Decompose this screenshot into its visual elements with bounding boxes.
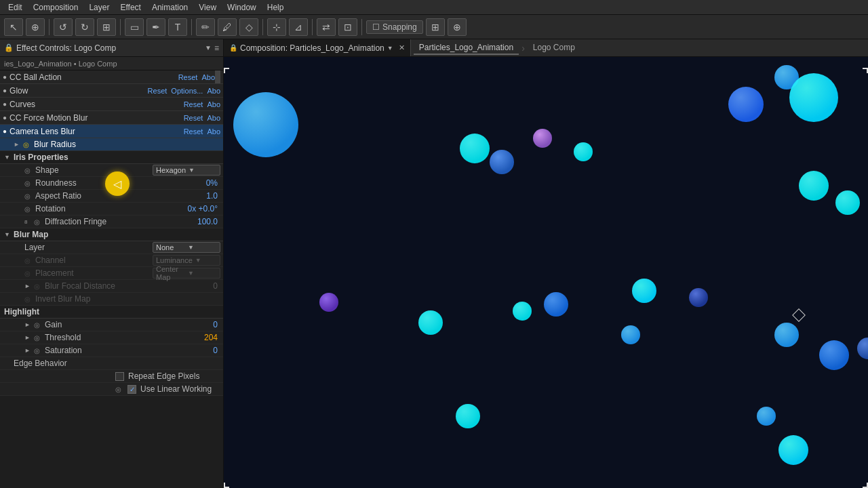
invert-stopwatch: ◎ [24, 296, 34, 303]
saturation-twirl[interactable]: ► [24, 347, 33, 354]
tab-bar: 🔒 Composition: Particles_Logo_Animation … [224, 39, 868, 57]
prop-row-roundness[interactable]: ◎ Roundness 0% [0, 177, 223, 190]
blur-map-twirl[interactable]: ▼ [4, 231, 12, 238]
effect-row-curves[interactable]: ● Curves Reset Abo [0, 98, 223, 111]
gain-twirl[interactable]: ► [24, 321, 33, 328]
tab-logo-comp[interactable]: Logo Comp [528, 41, 580, 55]
tool-pen2[interactable]: ✏ [196, 18, 215, 36]
prop-row-edge-behavior[interactable]: Edge Behavior [0, 357, 223, 370]
tool-search[interactable]: ⊕ [26, 18, 45, 36]
blur-map-section-header: ▼ Blur Map [0, 228, 223, 241]
repeat-edge-row[interactable]: Repeat Edge Pixels [0, 370, 223, 383]
use-linear-checkbox[interactable] [127, 385, 136, 394]
tool-align[interactable]: ⇄ [317, 18, 336, 36]
tab-particles-logo[interactable]: Particles_Logo_Animation [414, 41, 519, 55]
reset-btn-curves[interactable]: Reset [184, 100, 203, 108]
layer-dropdown[interactable]: None ▼ [153, 242, 220, 253]
effect-row-cc-force-motion[interactable]: ● CC Force Motion Blur Reset Abo [0, 111, 223, 125]
channel-dd-arrow: ▼ [195, 257, 217, 264]
tool-text[interactable]: T [168, 18, 187, 36]
prop-row-saturation[interactable]: ► ◎ Saturation 0 [0, 344, 223, 357]
aspect-value[interactable]: 1.0 [206, 191, 218, 201]
use-linear-stopwatch[interactable]: ◎ [115, 386, 125, 393]
tool-snap[interactable]: ⊡ [338, 18, 357, 36]
threshold-twirl[interactable]: ► [24, 334, 33, 341]
tool-extra1[interactable]: ⊞ [426, 18, 445, 36]
tool-undo[interactable]: ↺ [54, 18, 73, 36]
composition-panel-header[interactable]: 🔒 Composition: Particles_Logo_Animation … [224, 39, 411, 56]
prop-row-diffraction[interactable]: 8 ◎ Diffraction Fringe 100.0 [0, 216, 223, 228]
menu-help[interactable]: Help [262, 1, 290, 14]
snapping-checkbox: ☐ [372, 22, 380, 32]
prop-row-threshold[interactable]: ► ◎ Threshold 204 [0, 331, 223, 344]
comp-panel-arrow[interactable]: ▼ [387, 45, 393, 52]
tool-eraser[interactable]: ◇ [239, 18, 258, 36]
tool-rect[interactable]: ▭ [125, 18, 144, 36]
panel-arrow-icon[interactable]: ▼ [205, 44, 212, 52]
roundness-stopwatch[interactable]: ◎ [24, 180, 34, 187]
repeat-edge-checkbox[interactable] [115, 372, 124, 381]
roundness-value[interactable]: 0% [206, 178, 218, 188]
tool-arrow[interactable]: ↖ [4, 18, 23, 36]
invert-label: Invert Blur Map [35, 294, 220, 304]
diffraction-twirl[interactable]: 8 [24, 219, 33, 225]
menu-animation[interactable]: Animation [146, 1, 193, 14]
blur-radius-label: Blur Radius [34, 140, 220, 149]
diffraction-value[interactable]: 100.0 [197, 217, 218, 226]
prop-row-aspect-ratio[interactable]: ◎ Aspect Ratio 1.0 [0, 190, 223, 203]
comp-panel-close[interactable]: ✕ [399, 43, 405, 52]
reset-btn-cc-ball[interactable]: Reset [178, 73, 198, 81]
reset-btn-glow[interactable]: Reset [148, 87, 167, 95]
menu-effect[interactable]: Effect [115, 1, 146, 14]
saturation-stopwatch[interactable]: ◎ [34, 347, 43, 354]
snapping-toggle[interactable]: ☐ Snapping [366, 20, 423, 34]
prop-row-rotation[interactable]: ◎ Rotation 0x +0.0° [0, 203, 223, 216]
reset-btn-camera-lens[interactable]: Reset [184, 127, 203, 136]
abo-btn-cc-force[interactable]: Abo [207, 114, 220, 122]
tool-pin[interactable]: ⊹ [267, 18, 286, 36]
rotation-value[interactable]: 0x +0.0° [188, 204, 218, 214]
effect-row-cc-ball-action[interactable]: ● CC Ball Action Reset Abo [0, 70, 223, 84]
abo-btn-cc-ball[interactable]: Abo [201, 73, 215, 81]
abo-btn-camera-lens[interactable]: Abo [207, 127, 220, 136]
menu-window[interactable]: Window [222, 1, 262, 14]
blur-radius-row[interactable]: ► ◎ Blur Radius [0, 138, 223, 151]
menu-view[interactable]: View [193, 1, 222, 14]
layer-dd-arrow: ▼ [188, 244, 217, 251]
prop-row-gain[interactable]: ► ◎ Gain 0 [0, 319, 223, 331]
blur-radius-stopwatch[interactable]: ◎ [23, 141, 33, 148]
tool-redo[interactable]: ↻ [75, 18, 94, 36]
effect-row-glow[interactable]: ● Glow Reset Options... Abo [0, 84, 223, 98]
abo-btn-glow[interactable]: Abo [207, 87, 220, 95]
abo-btn-curves[interactable]: Abo [207, 100, 220, 108]
menu-edit[interactable]: Edit [3, 1, 28, 14]
prop-row-shape[interactable]: ◎ Shape Hexagon ▼ [0, 164, 223, 177]
shape-dropdown[interactable]: Hexagon ▼ [153, 165, 220, 176]
tool-extra2[interactable]: ⊕ [448, 18, 467, 36]
prop-row-layer[interactable]: Layer None ▼ [0, 241, 223, 254]
iris-twirl[interactable]: ▼ [4, 154, 12, 161]
menu-composition[interactable]: Composition [28, 1, 84, 14]
rotation-stopwatch[interactable]: ◎ [24, 205, 34, 213]
gain-value[interactable]: 0 [213, 320, 218, 329]
tool-roto[interactable]: ⊿ [289, 18, 308, 36]
aspect-label: Aspect Ratio [35, 191, 206, 201]
reset-btn-cc-force[interactable]: Reset [184, 114, 203, 122]
threshold-stopwatch[interactable]: ◎ [34, 334, 43, 342]
shape-stopwatch[interactable]: ◎ [24, 167, 34, 174]
options-btn-glow[interactable]: Options... [171, 87, 203, 95]
saturation-value[interactable]: 0 [213, 346, 218, 355]
menu-layer[interactable]: Layer [83, 1, 115, 14]
tool-brush[interactable]: 🖊 [218, 18, 237, 36]
tool-pen[interactable]: ✒ [146, 18, 165, 36]
diffraction-stopwatch[interactable]: ◎ [34, 218, 43, 226]
gain-stopwatch[interactable]: ◎ [34, 321, 43, 329]
effect-icon-cc-force: ● [3, 114, 7, 121]
aspect-stopwatch[interactable]: ◎ [24, 192, 34, 200]
menu-bar: Edit Composition Layer Effect Animation … [0, 0, 868, 15]
threshold-value[interactable]: 204 [204, 333, 218, 342]
tool-transform[interactable]: ⊞ [97, 18, 116, 36]
panel-menu-button[interactable]: ≡ [214, 43, 219, 53]
effect-row-camera-lens-blur[interactable]: ● Camera Lens Blur Reset Abo [0, 125, 223, 138]
use-linear-row[interactable]: ◎ Use Linear Working [0, 383, 223, 396]
